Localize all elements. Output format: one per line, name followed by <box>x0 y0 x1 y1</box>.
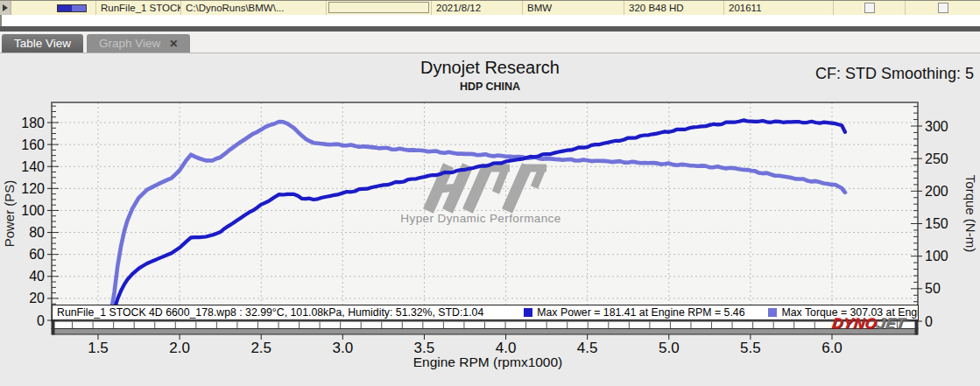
run-year-cell[interactable]: 201611 <box>724 1 834 15</box>
svg-text:5.0: 5.0 <box>659 340 680 356</box>
svg-text:40: 40 <box>29 269 45 284</box>
svg-text:5.5: 5.5 <box>740 340 761 356</box>
run-flag2-cell <box>906 1 980 15</box>
run-name-cell[interactable]: RunFile_1 STOCK 4... <box>96 1 181 15</box>
svg-text:2.0: 2.0 <box>169 340 190 356</box>
view-tab-strip: Table View Graph View✕ <box>0 32 980 53</box>
tab-table-view-label: Table View <box>14 37 71 50</box>
torque-axis-title: Torque (N-m) <box>963 175 978 252</box>
run-flag1-checkbox[interactable] <box>864 3 875 13</box>
legend-max-power-text: Max Power = 181.41 at Engine RPM = 5.46 <box>537 306 744 319</box>
run-custom-field-cell[interactable] <box>327 1 432 15</box>
close-icon[interactable]: ✕ <box>169 35 178 53</box>
svg-text:180: 180 <box>21 116 45 130</box>
dynojet-logo-part1: DYNO <box>831 315 878 332</box>
svg-text:2.5: 2.5 <box>250 340 271 356</box>
svg-text:20: 20 <box>29 291 45 305</box>
svg-text:140: 140 <box>21 159 45 174</box>
dynojet-logo: DYNOJET <box>831 315 907 333</box>
run-date-cell[interactable]: 2021/8/12 <box>432 1 523 15</box>
row-selector-arrow-icon <box>3 4 8 11</box>
power-series-swatch <box>524 308 532 317</box>
legend-run-info: RunFile_1 STOCK 4D 6600_178.wp8 : 32.99°… <box>57 306 483 319</box>
svg-text:0: 0 <box>37 313 45 328</box>
svg-text:160: 160 <box>21 137 45 152</box>
run-color-swatch <box>57 4 87 12</box>
run-model-cell[interactable]: 320 B48 HD <box>624 1 724 15</box>
svg-text:4.5: 4.5 <box>577 340 598 356</box>
svg-text:6.0: 6.0 <box>821 340 843 356</box>
correction-smoothing-info: CF: STD Smoothing: 5 <box>815 65 974 83</box>
dynojet-logo-part2: JET <box>876 315 906 332</box>
x-axis-title: Engine RPM (rpmx1000) <box>413 354 563 369</box>
svg-text:100: 100 <box>925 249 948 263</box>
dyno-chart[interactable]: 0204060801001201401601800501001502002503… <box>0 53 980 386</box>
svg-text:50: 50 <box>925 281 941 296</box>
svg-text:150: 150 <box>925 216 948 231</box>
power-axis-title: Power (PS) <box>2 180 17 248</box>
graph-view-panel: 0204060801001201401601800501001502002503… <box>0 53 980 386</box>
svg-text:250: 250 <box>925 151 948 166</box>
run-color-cell[interactable] <box>11 1 96 15</box>
svg-text:80: 80 <box>29 225 45 240</box>
svg-text:60: 60 <box>29 247 45 262</box>
run-table-empty-row <box>0 15 980 26</box>
run-path-cell[interactable]: C:\DynoRuns\BMW\... <box>181 1 327 15</box>
run-make-cell[interactable]: BMW <box>523 1 624 15</box>
row-selector-cell[interactable] <box>0 1 11 15</box>
svg-text:3.0: 3.0 <box>333 340 354 356</box>
svg-text:200: 200 <box>925 184 948 199</box>
torque-series-swatch <box>768 308 777 317</box>
watermark-caption: Hyper Dynamic Performance <box>400 212 561 225</box>
svg-text:120: 120 <box>21 181 45 196</box>
run-flag2-checkbox[interactable] <box>938 3 948 13</box>
run-flag1-cell <box>834 1 906 15</box>
tab-graph-view[interactable]: Graph View✕ <box>87 34 190 53</box>
svg-text:1.5: 1.5 <box>88 340 109 356</box>
legend-max-power: Max Power = 181.41 at Engine RPM = 5.46 <box>524 306 744 319</box>
run-table-row[interactable]: RunFile_1 STOCK 4... C:\DynoRuns\BMW\...… <box>0 0 980 15</box>
svg-text:300: 300 <box>925 119 948 134</box>
run-custom-field-input[interactable] <box>328 2 429 13</box>
chart-legend-bar: RunFile_1 STOCK 4D 6600_178.wp8 : 32.99°… <box>52 305 919 320</box>
svg-text:0: 0 <box>925 314 933 329</box>
dyno-app-window: RunFile_1 STOCK 4... C:\DynoRuns\BMW\...… <box>0 0 980 386</box>
tab-graph-view-label: Graph View <box>99 37 160 50</box>
svg-text:100: 100 <box>21 203 45 218</box>
tab-table-view[interactable]: Table View <box>2 34 83 53</box>
